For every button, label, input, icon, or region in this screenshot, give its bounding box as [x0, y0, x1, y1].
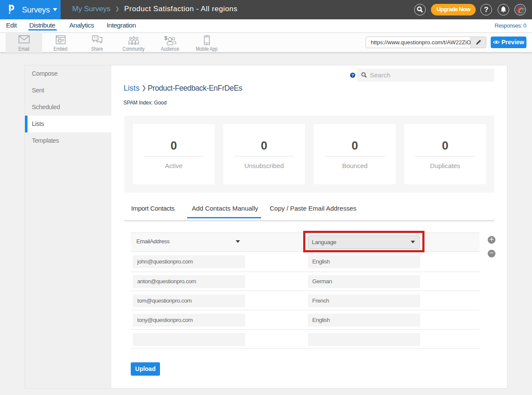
svg-text:$: $ — [164, 35, 168, 41]
